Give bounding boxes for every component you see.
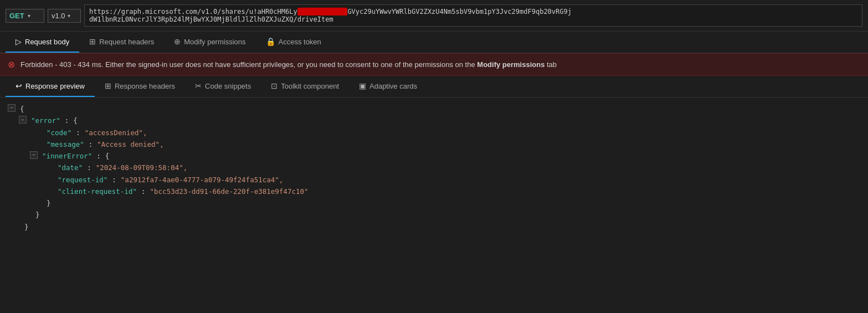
url-input[interactable]: https://graph.microsoft.com/v1.0/shares/… [84, 4, 862, 27]
json-message-val: "Access denied", [97, 138, 163, 150]
response-preview-icon: ↩ [16, 81, 22, 90]
error-icon: ⊗ [8, 59, 15, 70]
tab-response-preview-label: Response preview [25, 82, 85, 90]
json-line-inner-close: } [8, 197, 860, 209]
error-message-start: Forbidden - 403 - 434 ms. Either the sig… [20, 60, 477, 69]
json-message-key: "message" [47, 138, 84, 150]
tab-code-snippets[interactable]: ✂ Code snippets [185, 76, 261, 97]
url-line2: dW1lbnRzL0NvcrJlY3Rpb24lMjBwYXJ0MjBldlJl… [89, 16, 333, 23]
tab-toolkit-component[interactable]: ⊡ Toolkit component [261, 76, 349, 97]
url-prefix: https://graph.microsoft.com/v1.0/shares/… [89, 8, 297, 16]
request-tabs: ▷ Request body ⊞ Request headers ⊕ Modif… [0, 32, 868, 53]
json-code-val: "accessDenied", [85, 127, 147, 138]
access-token-icon: 🔒 [266, 37, 275, 46]
json-line-error: − "error" : { [8, 115, 860, 126]
method-label: GET [9, 12, 24, 20]
json-reqid-val: "a2912fa7-4ae0-4777-a079-49f24fa51ca4", [121, 174, 284, 186]
json-line-reqid: "request-id" : "a2912fa7-4ae0-4777-a079-… [8, 174, 860, 186]
tab-code-snippets-label: Code snippets [205, 82, 251, 90]
json-code-colon: : [76, 127, 80, 138]
adaptive-cards-icon: ▣ [359, 81, 366, 90]
response-tabs: ↩ Response preview ⊞ Response headers ✂ … [0, 76, 868, 98]
json-message-colon: : [89, 138, 93, 150]
json-date-colon: : [87, 162, 91, 173]
json-line-clientid: "client-request-id" : "bcc53d23-dd91-66d… [8, 186, 860, 197]
request-headers-icon: ⊞ [89, 37, 96, 46]
url-bar: GET ▾ v1.0 ▾ https://graph.microsoft.com… [0, 0, 868, 32]
error-message-end: tab [545, 60, 557, 69]
collapse-inner[interactable]: − [30, 151, 38, 159]
json-inner-colon: : [96, 150, 101, 162]
url-suffix: GVyc29uYWwvYWRlbGV2ZXzU4Nm5sbV9vbm1pY3Jv… [347, 8, 572, 16]
error-banner: ⊗ Forbidden - 403 - 434 ms. Either the s… [0, 53, 868, 76]
tab-response-preview[interactable]: ↩ Response preview [6, 76, 95, 97]
tab-access-token[interactable]: 🔒 Access token [256, 32, 331, 53]
tab-request-headers-label: Request headers [99, 38, 154, 46]
tab-request-body-label: Request body [25, 38, 69, 46]
version-dropdown[interactable]: v1.0 ▾ [48, 9, 81, 23]
tab-modify-permissions[interactable]: ⊕ Modify permissions [164, 32, 255, 53]
json-inner-key: "innerError" [42, 150, 92, 162]
error-text: Forbidden - 403 - 434 ms. Either the sig… [20, 60, 557, 69]
tab-adaptive-cards[interactable]: ▣ Adaptive cards [349, 76, 427, 97]
json-line-root-open: − { [8, 103, 860, 115]
tab-modify-permissions-label: Modify permissions [184, 38, 245, 46]
tab-request-headers[interactable]: ⊞ Request headers [79, 32, 164, 53]
json-line-error-close: } [8, 209, 860, 220]
json-line-inner-error: − "innerError" : { [8, 150, 860, 162]
collapse-root[interactable]: − [8, 104, 16, 112]
tab-access-token-label: Access token [279, 38, 321, 46]
json-code-key: "code" [47, 127, 71, 138]
code-snippets-icon: ✂ [195, 81, 202, 90]
request-body-icon: ▷ [16, 37, 22, 46]
json-error-close: } [35, 209, 40, 220]
json-date-val: "2024-08-09T09:58:04", [96, 162, 188, 173]
tab-response-headers[interactable]: ⊞ Response headers [95, 76, 185, 97]
modify-permissions-icon: ⊕ [174, 37, 181, 46]
version-arrow: ▾ [68, 13, 70, 19]
json-clientid-key: "client-request-id" [58, 186, 137, 197]
json-line-message: "message" : "Access denied", [8, 138, 860, 150]
tab-adaptive-cards-label: Adaptive cards [369, 82, 417, 90]
response-headers-icon: ⊞ [105, 81, 111, 90]
json-error-colon: : [65, 115, 69, 126]
url-redacted: ████████████ [297, 8, 348, 16]
json-error-brace: { [73, 115, 78, 126]
json-line-root-close: } [8, 221, 860, 233]
json-root-brace: { [20, 103, 24, 115]
tab-request-body[interactable]: ▷ Request body [6, 32, 79, 53]
json-clientid-colon: : [141, 186, 146, 197]
tab-toolkit-component-label: Toolkit component [281, 82, 339, 90]
error-link[interactable]: Modify permissions [477, 60, 545, 69]
json-inner-close: } [47, 197, 51, 209]
json-clientid-val: "bcc53d23-dd91-66de-220f-e381e9f47c10" [150, 186, 309, 197]
json-line-date: "date" : "2024-08-09T09:58:04", [8, 162, 860, 173]
json-date-key: "date" [58, 162, 83, 173]
toolkit-component-icon: ⊡ [271, 81, 278, 90]
json-root-close: } [24, 221, 29, 233]
json-inner-brace: { [105, 150, 110, 162]
response-body: − { − "error" : { "code" : "accessDenied… [0, 98, 868, 238]
method-dropdown[interactable]: GET ▾ [6, 9, 44, 23]
json-reqid-key: "request-id" [58, 174, 107, 186]
tab-response-headers-label: Response headers [115, 82, 175, 90]
collapse-error[interactable]: − [19, 116, 27, 124]
version-label: v1.0 [52, 12, 65, 20]
json-reqid-colon: : [112, 174, 116, 186]
json-line-code: "code" : "accessDenied", [8, 127, 860, 138]
method-arrow: ▾ [28, 13, 30, 19]
json-error-key: "error" [31, 115, 60, 126]
